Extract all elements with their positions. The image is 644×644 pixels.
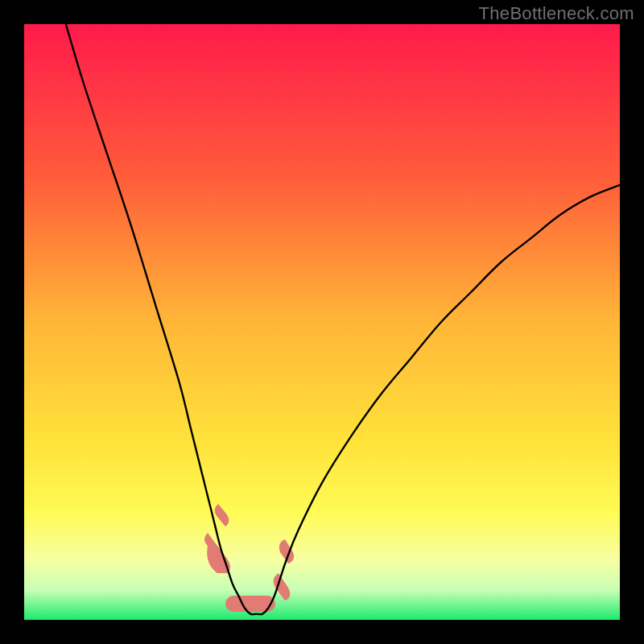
chart-svg: [24, 24, 620, 620]
chart-plot-area: [24, 24, 620, 620]
gradient-background: [24, 24, 620, 620]
chart-stage: TheBottleneck.com: [0, 0, 644, 644]
watermark-text: TheBottleneck.com: [479, 3, 634, 24]
